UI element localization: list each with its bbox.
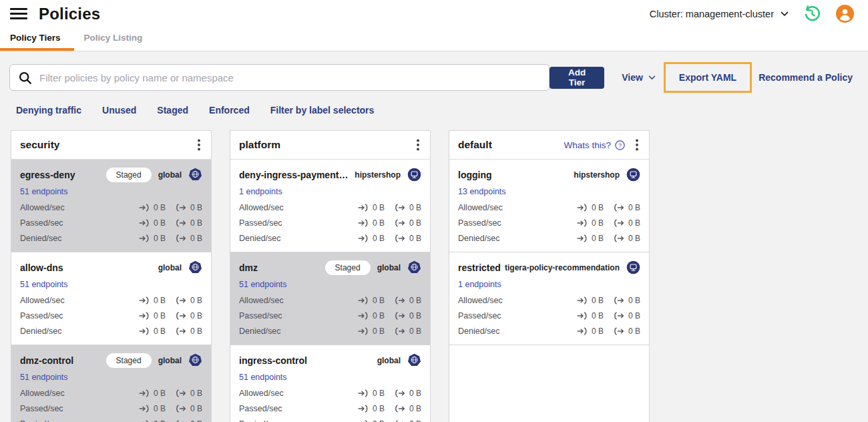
endpoints-link[interactable]: 51 endpoints [239,280,287,289]
metric-values: 0 B0 B [577,327,640,336]
tier-kebab-menu[interactable] [196,138,202,152]
metric-values: 0 B0 B [139,389,202,398]
metric-row-allowed-sec: Allowed/sec0 B0 B [239,389,421,398]
quick-filter-filter-by-label-selectors[interactable]: Filter by label selectors [270,105,375,116]
metric-row-denied-sec: Denied/sec0 B0 B [20,327,202,336]
egress-traffic-icon [176,405,187,413]
policy-scope-badge [626,260,640,274]
metric-ingress: 0 B [139,327,166,336]
metric-values: 0 B0 B [139,218,202,228]
staged-badge: Staged [325,260,371,275]
metric-row-passed-sec: Passed/sec0 B0 B [239,218,421,228]
policy-badges: global [377,353,421,367]
metric-values: 0 B0 B [358,419,421,422]
metric-label: Denied/sec [239,419,281,422]
policy-search-input[interactable] [38,71,541,84]
policy-scope-badge [188,168,202,182]
endpoints-link[interactable]: 51 endpoints [20,187,68,196]
policy-card-ingress-control[interactable]: ingress-controlglobal51 endpointsAllowed… [230,345,430,422]
metric-ingress-value: 0 B [154,419,166,422]
metric-ingress-value: 0 B [154,311,166,321]
endpoints-link[interactable]: 13 endpoints [458,187,506,196]
policy-card-dmz[interactable]: dmzStagedglobal51 endpointsAllowed/sec0 … [230,252,430,345]
policy-badges: hipstershop [574,168,640,182]
metric-ingress: 0 B [139,234,166,243]
metric-values: 0 B0 B [358,389,421,398]
cluster-selector[interactable]: Cluster: management-cluster [650,9,789,19]
quick-filter-enforced[interactable]: Enforced [209,105,250,116]
tier-kebab-menu[interactable] [415,138,421,152]
endpoints-link[interactable]: 51 endpoints [20,373,68,382]
policy-card-deny-ingress-paymentservi[interactable]: deny-ingress-paymentservi…hipstershop1 e… [230,160,430,252]
tier-header-actions [415,138,421,152]
metric-row-denied-sec: Denied/sec0 B0 B [458,327,640,336]
egress-traffic-icon [614,296,625,304]
endpoints-link[interactable]: 51 endpoints [20,280,68,289]
policy-card-restricted[interactable]: restrictedtigera-policy-recommendation1 … [449,252,649,345]
metric-egress: 0 B [395,296,421,305]
metric-ingress: 0 B [358,311,385,321]
metric-ingress: 0 B [358,218,385,228]
policy-card-allow-dns[interactable]: allow-dnsglobal51 endpointsAllowed/sec0 … [11,252,211,345]
metric-ingress: 0 B [358,327,385,336]
metric-egress: 0 B [176,404,202,413]
toolbar: Add Tier View Export YAML Recommend a Po… [9,62,853,93]
policy-badges: global [158,260,202,274]
metric-egress-value: 0 B [190,311,202,321]
metric-label: Denied/sec [20,234,62,243]
metric-label: Passed/sec [20,218,63,228]
export-yaml-button[interactable]: Export YAML [679,72,736,83]
metric-egress-value: 0 B [628,327,640,336]
metric-ingress-value: 0 B [154,327,166,336]
metric-egress: 0 B [614,218,640,228]
metric-egress-value: 0 B [190,404,202,413]
metric-egress: 0 B [395,404,421,413]
metric-ingress-value: 0 B [154,389,166,398]
endpoints-link[interactable]: 1 endpoints [458,280,501,289]
endpoints-link[interactable]: 1 endpoints [239,187,282,196]
view-dropdown[interactable]: View [622,72,656,83]
global-policy-icon [188,168,202,182]
metric-egress-value: 0 B [409,203,421,212]
policy-card-logging[interactable]: logginghipstershop13 endpointsAllowed/se… [449,160,649,252]
metric-egress-value: 0 B [628,218,640,228]
endpoints-link[interactable]: 51 endpoints [239,373,287,382]
add-tier-button[interactable]: Add Tier [550,67,604,89]
history-button[interactable] [803,5,821,23]
ingress-traffic-icon [358,327,369,335]
tab-policy-tiers[interactable]: Policy Tiers [0,27,74,51]
whats-this-link[interactable]: Whats this?? [564,140,625,150]
user-menu-button[interactable] [836,5,854,23]
metric-egress: 0 B [614,327,640,336]
egress-traffic-icon [176,219,187,227]
metric-values: 0 B0 B [358,327,421,336]
quick-filter-denying-traffic[interactable]: Denying traffic [16,105,81,116]
metric-egress-value: 0 B [409,296,421,305]
metric-row-denied-sec: Denied/sec0 B0 B [239,327,421,336]
metric-ingress: 0 B [139,203,166,212]
egress-traffic-icon [614,204,625,212]
quick-filter-staged[interactable]: Staged [157,105,188,116]
policy-card-top: logginghipstershop [458,167,640,182]
kebab-menu-icon [198,139,200,151]
menu-icon[interactable] [10,8,27,19]
tab-policy-listing[interactable]: Policy Listing [74,27,156,51]
metric-egress-value: 0 B [190,203,202,212]
metric-ingress: 0 B [577,218,604,228]
quick-filter-unused[interactable]: Unused [102,105,136,116]
tier-column-security: securityegress-denyStagedglobal51 endpoi… [11,130,212,422]
chevron-down-icon [648,75,656,80]
metric-egress: 0 B [176,203,202,212]
policy-scope-label: tigera-policy-recommendation [505,263,620,272]
global-policy-icon [407,260,421,274]
metric-label: Allowed/sec [239,203,284,212]
metric-row-allowed-sec: Allowed/sec0 B0 B [458,203,640,212]
recommend-policy-button[interactable]: Recommend a Policy [758,72,853,83]
policy-card-egress-deny[interactable]: egress-denyStagedglobal51 endpointsAllow… [11,160,211,252]
metric-values: 0 B0 B [358,203,421,212]
ingress-traffic-icon [577,327,588,335]
tier-kebab-menu[interactable] [634,138,640,152]
policy-card-dmz-control[interactable]: dmz-controlStagedglobal51 endpointsAllow… [11,345,211,422]
metric-row-passed-sec: Passed/sec0 B0 B [458,311,640,321]
metric-egress-value: 0 B [190,218,202,228]
